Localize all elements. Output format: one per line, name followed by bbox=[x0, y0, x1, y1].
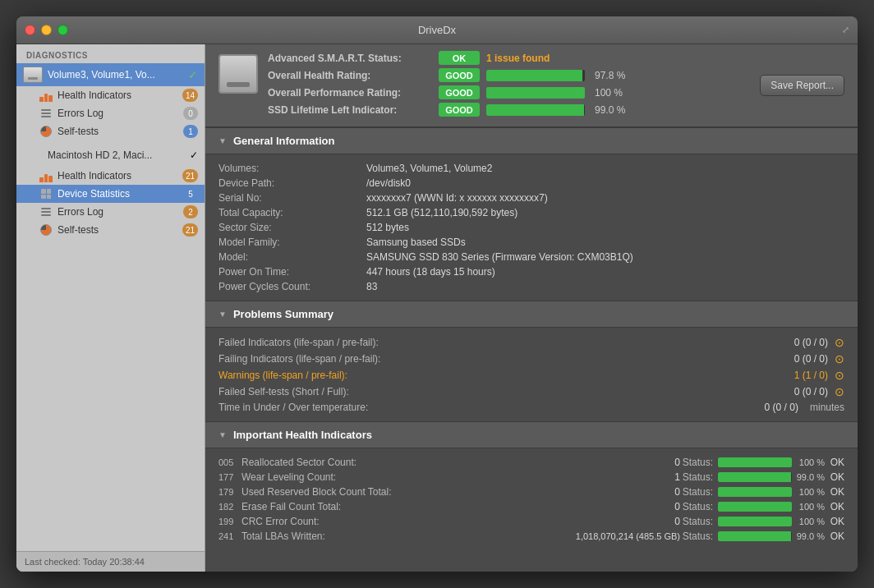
table-icon bbox=[39, 187, 53, 200]
performance-bar bbox=[486, 87, 585, 99]
status-bar: Advanced S.M.A.R.T. Status: OK 1 issue f… bbox=[205, 44, 858, 127]
device2-check: ✓ bbox=[190, 149, 198, 161]
attr-177-bar bbox=[718, 472, 791, 482]
attr-199-pct: 100 % bbox=[792, 517, 825, 526]
sidebar-section-label: DIAGNOSTICS bbox=[16, 44, 205, 63]
pie-icon-1 bbox=[39, 125, 53, 138]
attr-182-status-lbl: Status: bbox=[680, 501, 718, 512]
sidebar-item-errors-log-1[interactable]: Errors Log 0 bbox=[16, 104, 205, 122]
model-family-row: Model Family: Samsung based SSDs bbox=[218, 235, 844, 250]
errors-badge-2: 2 bbox=[183, 205, 198, 218]
selftests-label-2: Self-tests bbox=[58, 224, 182, 236]
ssd-lifetime-badge: GOOD bbox=[439, 103, 480, 117]
ssd-lifetime-progress bbox=[486, 104, 585, 116]
window-controls bbox=[25, 25, 68, 35]
failed-indicators-row: Failed Indicators (life-span / pre-fail)… bbox=[218, 334, 844, 351]
attr-177-label: Wear Leveling Count: bbox=[242, 471, 631, 483]
list-icon-2 bbox=[39, 205, 53, 218]
sidebar-item-selftests-1[interactable]: Self-tests 1 bbox=[16, 122, 205, 140]
health-rating-progress bbox=[486, 70, 585, 81]
performance-label: Overall Performance Rating: bbox=[268, 87, 432, 99]
save-report-button[interactable]: Save Report... bbox=[760, 75, 844, 96]
expand-icon[interactable]: ⤢ bbox=[842, 25, 849, 35]
arrow-icon-4[interactable]: ⊙ bbox=[835, 385, 844, 398]
attr-241-progress bbox=[718, 531, 792, 541]
health-row-199: 199 CRC Error Count: 0 Status: 100 % OK bbox=[218, 514, 844, 529]
health-indicators-table: 005 Reallocated Sector Count: 0 Status: … bbox=[205, 448, 858, 544]
device-path-row: Device Path: /dev/disk0 bbox=[218, 176, 844, 191]
smart-badge: OK bbox=[439, 51, 480, 65]
attr-177-progress bbox=[718, 472, 792, 482]
attr-182-progress bbox=[718, 502, 792, 512]
sidebar-device1[interactable]: Volume3, Volume1, Vo... ✓ bbox=[16, 63, 205, 86]
failed-ind-val: 0 (0 / 0) bbox=[752, 337, 835, 348]
health-row-179: 179 Used Reserved Block Count Total: 0 S… bbox=[218, 485, 844, 499]
collapse-triangle-2[interactable]: ▼ bbox=[218, 310, 227, 319]
sidebar-item-health-indicators-2[interactable]: Health Indicators 21 bbox=[16, 167, 205, 185]
power-cycles-row: Power Cycles Count: 83 bbox=[218, 279, 844, 294]
problems-summary-header: ▼ Problems Summary bbox=[205, 301, 858, 328]
attr-182-bar bbox=[718, 502, 792, 512]
attr-241-bar bbox=[718, 531, 791, 541]
failing-ind-val: 0 (0 / 0) bbox=[752, 353, 835, 365]
disk-icon bbox=[23, 67, 43, 83]
minimize-button[interactable] bbox=[41, 25, 52, 35]
attr-177-status-lbl: Status: bbox=[680, 471, 718, 483]
attr-241-ok: OK bbox=[825, 531, 844, 542]
sidebar-item-device-statistics[interactable]: Device Statistics 5 bbox=[16, 185, 205, 203]
collapse-triangle-3[interactable]: ▼ bbox=[218, 430, 227, 439]
arrow-icon-2[interactable]: ⊙ bbox=[835, 352, 844, 365]
device1-label: Volume3, Volume1, Vo... bbox=[48, 69, 185, 80]
sidebar-item-errors-log-2[interactable]: Errors Log 2 bbox=[16, 203, 205, 221]
sidebar-item-health-indicators-1[interactable]: Health Indicators 14 bbox=[16, 86, 205, 104]
attr-182-ok: OK bbox=[825, 501, 844, 512]
temp-unit: minutes bbox=[810, 402, 844, 413]
bar-chart-icon-2 bbox=[39, 169, 53, 182]
collapse-triangle[interactable]: ▼ bbox=[218, 136, 227, 145]
attr-199-progress bbox=[718, 517, 792, 526]
ssd-lifetime-row: SSD Lifetime Left Indicator: GOOD 99.0 % bbox=[268, 103, 750, 117]
attr-177-ok: OK bbox=[825, 471, 844, 483]
model-key: Model: bbox=[218, 251, 366, 263]
errors-log-label-2: Errors Log bbox=[58, 206, 183, 218]
attr-005-status-lbl: Status: bbox=[680, 457, 718, 468]
health-rating-row: Overall Health Rating: GOOD 97.8 % bbox=[268, 68, 750, 82]
window-title: DriveDx bbox=[418, 24, 456, 36]
health-indicators-label-1: Health Indicators bbox=[58, 90, 182, 101]
attr-241-pct: 99.0 % bbox=[792, 531, 825, 541]
sidebar-device2[interactable]: Macintosh HD 2, Maci... ✓ bbox=[16, 144, 205, 167]
power-cycles-val: 83 bbox=[366, 281, 377, 292]
close-button[interactable] bbox=[25, 25, 35, 35]
sidebar: DIAGNOSTICS Volume3, Volume1, Vo... ✓ He… bbox=[16, 44, 205, 572]
attr-182-pct: 100 % bbox=[792, 502, 825, 512]
device2-label: Macintosh HD 2, Maci... bbox=[48, 149, 190, 161]
attr-005-label: Reallocated Sector Count: bbox=[242, 457, 631, 468]
last-checked: Last checked: Today 20:38:44 bbox=[25, 557, 145, 567]
warnings-key: Warnings (life-span / pre-fail): bbox=[218, 370, 752, 381]
arrow-icon-1[interactable]: ⊙ bbox=[835, 336, 844, 349]
attr-199-num: 199 bbox=[218, 517, 242, 526]
list-icon-1 bbox=[39, 107, 53, 120]
sidebar-item-selftests-2[interactable]: Self-tests 21 bbox=[16, 221, 205, 239]
warnings-row: Warnings (life-span / pre-fail): 1 (1 / … bbox=[218, 367, 844, 384]
attr-182-num: 182 bbox=[218, 502, 242, 512]
serial-no-key: Serial No: bbox=[218, 192, 366, 204]
temp-time-val: 0 (0 / 0) bbox=[723, 402, 805, 413]
maximize-button[interactable] bbox=[58, 25, 68, 35]
volumes-val: Volume3, Volume1, Volume2 bbox=[366, 163, 492, 174]
power-on-time-key: Power On Time: bbox=[218, 266, 366, 278]
health-rating-badge: GOOD bbox=[439, 68, 480, 82]
arrow-icon-3[interactable]: ⊙ bbox=[835, 369, 844, 382]
attr-179-ok: OK bbox=[825, 486, 844, 498]
model-family-val: Samsung based SSDs bbox=[366, 237, 466, 248]
total-capacity-key: Total Capacity: bbox=[218, 207, 366, 218]
health-rating-bar bbox=[486, 70, 582, 81]
attr-199-label: CRC Error Count: bbox=[242, 516, 631, 527]
failing-indicators-row: Failing Indicators (life-span / pre-fail… bbox=[218, 351, 844, 367]
health-rating-val: 97.8 % bbox=[595, 70, 625, 81]
performance-progress bbox=[486, 87, 585, 99]
general-info-header: ▼ General Information bbox=[205, 127, 858, 154]
main-scroll-area[interactable]: ▼ General Information Volumes: Volume3, … bbox=[205, 127, 858, 572]
power-on-time-val: 447 hours (18 days 15 hours) bbox=[366, 266, 495, 278]
failed-selftests-val: 0 (0 / 0) bbox=[752, 386, 835, 397]
